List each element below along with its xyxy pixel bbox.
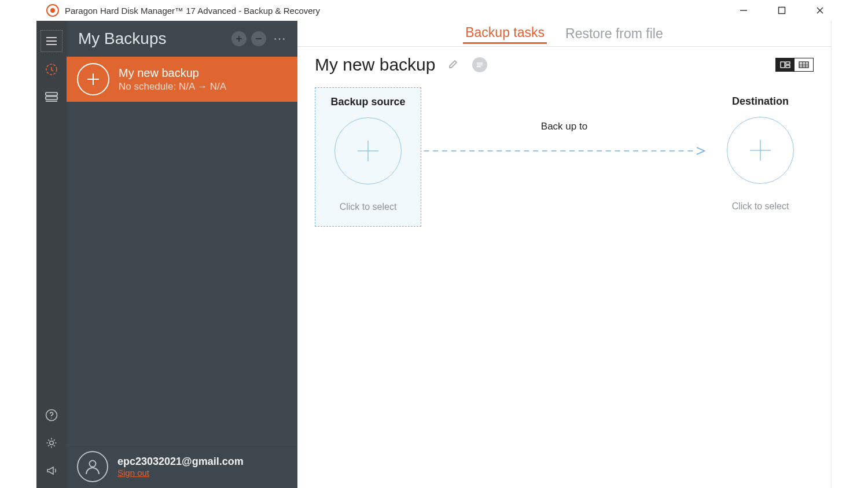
svg-point-19 bbox=[90, 461, 96, 467]
arrow-icon bbox=[421, 146, 707, 156]
maximize-button[interactable] bbox=[774, 4, 789, 17]
add-source-icon[interactable] bbox=[334, 117, 402, 184]
backup-source-card[interactable]: Backup source Click to select bbox=[315, 87, 421, 227]
settings-icon[interactable] bbox=[41, 432, 62, 453]
svg-rect-6 bbox=[46, 44, 57, 45]
window-controls bbox=[736, 0, 827, 21]
app-window: Paragon Hard Disk Manager™ 17 Advanced -… bbox=[0, 0, 868, 488]
user-panel: epc23032021@gmail.com Sign out bbox=[67, 445, 297, 488]
app-body: My Backups ⋯ My new backup No bbox=[0, 21, 868, 488]
source-hint: Click to select bbox=[340, 202, 397, 212]
rename-icon[interactable] bbox=[448, 58, 459, 72]
backup-to-label: Back up to bbox=[541, 121, 587, 132]
tab-backup-tasks[interactable]: Backup tasks bbox=[463, 24, 547, 44]
svg-rect-1 bbox=[779, 8, 785, 14]
view-list-button[interactable] bbox=[795, 58, 813, 71]
destination-hint: Click to select bbox=[732, 201, 789, 212]
content: My new backup bbox=[297, 47, 831, 235]
main-area: Backup tasks Restore from file My new ba… bbox=[297, 21, 832, 488]
help-icon[interactable] bbox=[41, 405, 62, 426]
add-destination-icon[interactable] bbox=[727, 117, 794, 184]
svg-rect-20 bbox=[477, 63, 483, 64]
tab-restore-from-file[interactable]: Restore from file bbox=[563, 25, 665, 43]
remove-backup-button[interactable] bbox=[251, 31, 266, 46]
svg-rect-9 bbox=[46, 97, 57, 99]
announce-icon[interactable] bbox=[41, 460, 62, 481]
svg-rect-25 bbox=[786, 65, 790, 68]
view-toggles bbox=[775, 58, 814, 72]
window-titlebar: Paragon Hard Disk Manager™ 17 Advanced -… bbox=[0, 0, 868, 21]
svg-rect-5 bbox=[46, 40, 57, 42]
view-card-button[interactable] bbox=[776, 58, 795, 71]
backup-flow: Backup source Click to select Back up to bbox=[315, 87, 814, 227]
minimize-button[interactable] bbox=[736, 4, 751, 17]
menu-button[interactable] bbox=[41, 30, 62, 52]
sign-out-link[interactable]: Sign out bbox=[117, 468, 244, 478]
svg-point-13 bbox=[50, 441, 53, 445]
main-tabs: Backup tasks Restore from file bbox=[297, 21, 831, 47]
backup-item-name: My new backup bbox=[119, 66, 226, 80]
add-backup-button[interactable] bbox=[231, 31, 247, 46]
disks-nav-icon[interactable] bbox=[41, 87, 62, 108]
window-title: Paragon Hard Disk Manager™ 17 Advanced -… bbox=[65, 6, 320, 16]
content-header: My new backup bbox=[315, 55, 814, 75]
svg-rect-22 bbox=[477, 66, 481, 68]
side-header: My Backups ⋯ bbox=[67, 21, 297, 57]
svg-rect-23 bbox=[781, 62, 785, 68]
svg-rect-24 bbox=[786, 62, 790, 64]
arrow-area: Back up to bbox=[421, 87, 707, 156]
destination-card[interactable]: Destination Click to select bbox=[707, 87, 814, 225]
svg-rect-21 bbox=[477, 65, 483, 66]
nav-rail bbox=[36, 21, 67, 488]
side-title: My Backups bbox=[78, 29, 231, 48]
source-label: Backup source bbox=[330, 96, 405, 108]
svg-rect-26 bbox=[799, 62, 808, 68]
backup-list-item[interactable]: My new backup No schedule: N/A → N/A bbox=[67, 57, 297, 102]
user-email: epc23032021@gmail.com bbox=[117, 456, 244, 468]
svg-rect-8 bbox=[46, 93, 57, 95]
backup-item-icon bbox=[77, 63, 109, 95]
backup-title: My new backup bbox=[315, 55, 435, 75]
avatar-icon bbox=[77, 451, 108, 482]
backup-nav-icon[interactable] bbox=[41, 59, 62, 80]
side-panel: My Backups ⋯ My new backup No bbox=[67, 21, 297, 488]
svg-rect-4 bbox=[46, 37, 57, 38]
close-button[interactable] bbox=[812, 4, 827, 17]
side-actions: ⋯ bbox=[231, 31, 289, 46]
backup-item-subtitle: No schedule: N/A → N/A bbox=[119, 81, 226, 93]
svg-point-12 bbox=[51, 417, 52, 419]
app-logo-icon bbox=[46, 4, 59, 17]
notes-icon[interactable] bbox=[472, 57, 487, 72]
more-actions-button[interactable]: ⋯ bbox=[271, 31, 289, 46]
destination-label: Destination bbox=[732, 95, 789, 108]
